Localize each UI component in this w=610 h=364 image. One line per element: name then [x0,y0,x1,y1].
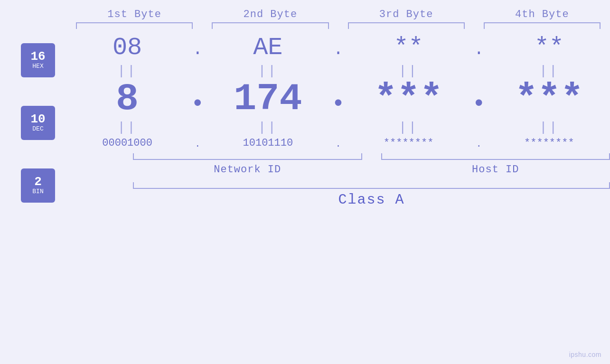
bracket-byte1 [76,22,193,29]
byte1-header: 1st Byte [66,9,202,20]
host-id-label: Host ID [381,164,610,176]
hex-byte2: AE [207,34,328,62]
byte4-header: 4th Byte [474,9,610,20]
bin-dot3: . [469,137,488,149]
hex-byte3: ** [348,34,469,62]
bracket-byte2 [212,22,328,29]
network-id-label: Network ID [133,164,362,176]
bracket-byte4 [484,22,601,29]
equals-row-1: || || || || [66,64,610,78]
bin-byte3: ******** [348,137,469,149]
bracket-byte3 [348,22,465,29]
values-grid: 08 . AE . ** . ** || || || || 8 • [66,34,610,208]
dec-dot2: • [329,81,348,118]
eq2-b3: || [348,120,469,135]
hex-byte1: 08 [66,34,188,62]
eq1-b2: || [207,64,328,78]
hex-dot1: . [188,36,207,59]
bracket-network [133,153,362,160]
bin-byte2: 10101110 [207,137,328,149]
equals-row-2: || || || || [66,120,610,135]
bracket-host [381,153,610,160]
main-content: 16 HEX 10 DEC 2 BIN 08 . AE . ** . ** [0,34,610,208]
dec-byte4: *** [488,80,610,118]
badge-dec-num: 10 [30,113,45,125]
badge-hex-num: 16 [30,50,45,63]
badges-column: 16 HEX 10 DEC 2 BIN [9,34,66,203]
watermark: ipshu.com [569,351,601,358]
badge-bin-num: 2 [34,176,42,188]
class-label: Class A [133,192,610,208]
bin-byte1: 00001000 [66,137,188,149]
eq2-b1: || [66,120,188,135]
badge-dec-lbl: DEC [32,125,43,133]
byte3-header: 3rd Byte [338,9,474,20]
bin-dot1: . [188,137,207,149]
badge-hex: 16 HEX [21,43,55,77]
badge-bin: 2 BIN [21,168,55,203]
label-row: Network ID Host ID [133,164,610,176]
bin-dot2: . [329,137,348,149]
badge-bin-lbl: BIN [32,188,43,196]
byte2-header: 2nd Byte [202,9,338,20]
badge-dec: 10 DEC [21,106,55,140]
badge-hex-lbl: HEX [32,63,43,70]
class-bracket [133,182,610,189]
hex-byte4: ** [488,34,610,62]
bottom-bracket-area: Network ID Host ID [66,153,610,176]
main-container: 1st Byte 2nd Byte 3rd Byte 4th Byte 16 H… [0,0,610,364]
class-bar: Class A [66,182,610,208]
header-row: 1st Byte 2nd Byte 3rd Byte 4th Byte [0,9,610,20]
eq1-b1: || [66,64,188,78]
dec-dot3: • [469,81,488,118]
dec-byte1: 8 [66,80,188,118]
eq2-b2: || [207,120,328,135]
eq1-b3: || [348,64,469,78]
bin-row: 00001000 . 10101110 . ******** . *******… [66,137,610,149]
hex-dot2: . [329,36,348,59]
hex-row: 08 . AE . ** . ** [66,34,610,62]
top-bracket-row [0,22,610,29]
eq1-b4: || [488,64,610,78]
dec-row: 8 • 174 • *** • *** [66,80,610,118]
dec-byte3: *** [348,80,469,118]
eq2-b4: || [488,120,610,135]
bottom-brackets [133,153,610,160]
hex-dot3: . [469,36,488,59]
dec-dot1: • [188,81,207,118]
dec-byte2: 174 [207,80,328,118]
bin-byte4: ******** [488,137,610,149]
